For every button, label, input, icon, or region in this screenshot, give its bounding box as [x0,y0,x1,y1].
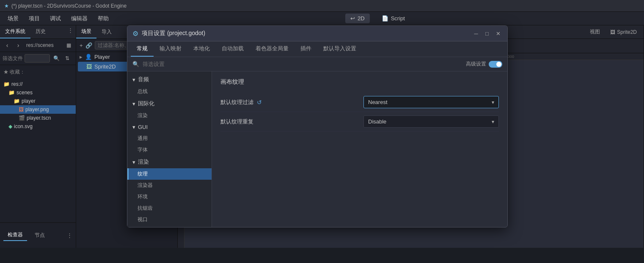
app-icon: ★ [4,3,9,9]
file-tree: 📁 res:// 📁 scenes 📁 player 🖼 player.png … [0,79,76,222]
select-arrow-repeat: ▾ [492,119,494,125]
sub-item-viewport[interactable]: 视口 [127,214,212,225]
tab-filesystem[interactable]: 文件系统 [0,25,30,38]
settings-sidebar: ▾ 音频 总线 ▾ 国际化 渲染 ▾ GUI 通用 字体 [127,71,212,227]
sub-item-antialias[interactable]: 抗锯齿 [127,203,212,214]
tab-inspector[interactable]: 检查器 [3,230,27,241]
tab-history[interactable]: 历史 [30,25,51,38]
value-texture-repeat: Disable ▾ [363,115,499,128]
select-arrow-filter: ▾ [492,99,494,105]
sub-item-env[interactable]: 环境 [127,191,212,203]
select-texture-filter[interactable]: Nearest ▾ [363,96,499,108]
tree-item-player-folder[interactable]: 📁 player [0,97,76,105]
link-btn[interactable]: 🔗 [85,41,92,50]
file-panel-actions[interactable]: ⋮ [65,25,76,38]
node-expand-player: ▸ [80,54,83,60]
settings-section-title: 画布纹理 [220,78,499,86]
sub-item-fonts[interactable]: 字体 [127,144,212,156]
dialog-tabs: 常规 输入映射 本地化 自动加载 着色器全局量 插件 默认导入设置 [127,41,507,57]
tree-item-icon-svg[interactable]: ◆ icon.svg [0,122,76,131]
breadcrumb: res://scenes [25,42,62,48]
reset-icon-filter[interactable]: ↺ [257,99,262,106]
dialog-title: 项目设置 (project.godot) [142,30,205,37]
dialog-content: ▾ 音频 总线 ▾ 国际化 渲染 ▾ GUI 通用 字体 [127,71,507,227]
sub-item-common[interactable]: 通用 [127,133,212,144]
label-texture-repeat: 默认纹理重复 [220,118,363,126]
folder-icon-player: 📁 [14,98,20,104]
settings-searchbar: 🔍 高级设置 [127,57,507,71]
dialog-tab-input[interactable]: 输入映射 [154,41,187,57]
search-icon: 🔍 [132,61,139,67]
group-render: ▾ 渲染 纹理 渲染器 环境 抗锯齿 视口 [127,156,212,225]
sub-item-renderer[interactable]: 渲染器 [127,180,212,191]
tree-item-scenes[interactable]: 📁 scenes [0,88,76,97]
file-toolbar: ‹ › res://scenes ▦ [0,39,76,52]
file-icon-icon-svg: ◆ [8,123,12,129]
dialog-controls: ─ □ ✕ [472,29,502,38]
title-text: (*) player.tscn - 2DSurvivorsCourse - Go… [11,3,127,9]
dialog-tab-shaders[interactable]: 着色器全局量 [250,41,294,57]
folder-icon-res: 📁 [3,81,10,87]
dialog-tab-locale[interactable]: 本地化 [187,41,216,57]
file-panel: 文件系统 历史 ⋮ ‹ › res://scenes ▦ 筛选文件 🔍 ⇅ ★ … [0,25,76,248]
label-texture-filter: 默认纹理过滤 ↺ [220,99,363,106]
sprite2d-label: Sprite2D [617,29,637,35]
select-texture-repeat[interactable]: Disable ▾ [363,115,499,128]
file-icon-player-png: 🖼 [19,107,24,112]
dialog-tab-general[interactable]: 常规 [131,41,154,57]
select-texture-filter-value: Nearest [368,99,388,105]
menu-help[interactable]: 帮助 [94,13,113,24]
settings-main: 画布纹理 默认纹理过滤 ↺ Nearest ▾ 默认纹理重复 [212,71,507,227]
value-texture-filter: Nearest ▾ [363,96,499,108]
sprite2d-btn[interactable]: 🖼 Sprite2D [607,27,640,38]
sub-item-texture[interactable]: 纹理 [127,168,212,180]
settings-search-input[interactable] [143,61,462,67]
tree-item-player-png[interactable]: 🖼 player.png [0,105,76,114]
mode-2d-button[interactable]: ↩ 2D [345,14,370,23]
group-render-header[interactable]: ▾ 渲染 [127,156,212,168]
menu-editor[interactable]: 编辑器 [67,13,92,24]
advanced-toggle[interactable] [489,61,502,68]
folder-icon-scenes: 📁 [8,90,15,96]
nav-back-btn[interactable]: ‹ [3,41,12,50]
dialog-maximize-btn[interactable]: □ [483,29,491,38]
menu-bar: 场景 项目 调试 编辑器 帮助 ↩ 2D 📄 Script [0,12,644,25]
dialog-tab-autoload[interactable]: 自动加载 [216,41,250,57]
group-gui-header[interactable]: ▾ GUI [127,121,212,133]
dialog-tab-plugins[interactable]: 插件 [294,41,317,57]
favorites-section: ★ 收藏： [0,65,76,79]
tab-import[interactable]: 导入 [96,26,117,38]
tree-item-player-tscn[interactable]: 🎬 player.tscn [0,114,76,122]
menu-debug[interactable]: 调试 [46,13,65,24]
menu-scene[interactable]: 场景 [3,13,23,24]
settings-row-repeat: 默认纹理重复 Disable ▾ [220,112,499,132]
dialog-tab-import[interactable]: 默认导入设置 [317,41,362,57]
mode-script-button[interactable]: 📄 Script [377,14,410,23]
search-icon[interactable]: 🔍 [52,54,61,63]
script-icon: 📄 [382,15,388,22]
dialog-close-btn[interactable]: ✕ [494,29,502,38]
tab-scene[interactable]: 场景 [76,25,96,38]
group-audio-header[interactable]: ▾ 音频 [127,73,212,86]
dialog-titlebar: ⚙ 项目设置 (project.godot) ─ □ ✕ [127,26,507,41]
filter-input[interactable] [25,54,50,63]
filter-bar: 筛选文件 🔍 ⇅ [0,52,76,65]
sort-icon[interactable]: ⇅ [63,54,72,63]
file-panel-tabs: 文件系统 历史 ⋮ [0,25,76,39]
sub-item-bus[interactable]: 总线 [127,86,212,97]
tree-item-res[interactable]: 📁 res:// [0,80,76,88]
view-btn[interactable]: 视图 [586,27,603,38]
group-i18n-header[interactable]: ▾ 国际化 [127,97,212,110]
inspector-actions[interactable]: ⋮ [67,232,72,238]
menu-project[interactable]: 项目 [25,13,44,24]
mode-2d-icon: ↩ [350,15,355,22]
tab-node[interactable]: 节点 [30,230,49,241]
group-audio: ▾ 音频 总线 [127,73,212,97]
add-node-btn[interactable]: + [80,41,83,50]
sub-item-rendering[interactable]: 渲染 [127,110,212,121]
node-icon-sprite: 🖼 [86,63,92,70]
nav-forward-btn[interactable]: › [14,41,23,50]
advanced-label: 高级设置 [466,60,486,68]
dialog-minimize-btn[interactable]: ─ [472,29,480,38]
group-gui: ▾ GUI 通用 字体 [127,121,212,156]
